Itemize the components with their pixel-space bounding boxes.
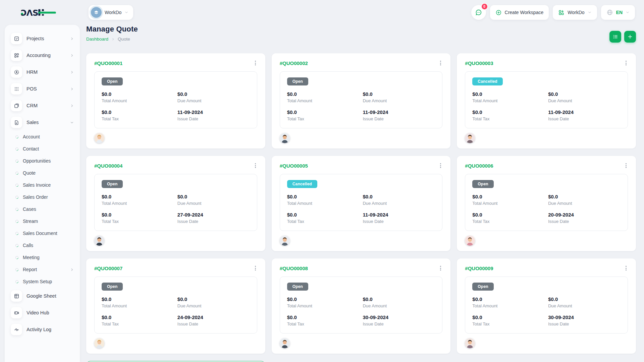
- quote-summary-box: Cancelled $0.0 Total Amount $0.0 Due Amo…: [280, 174, 443, 231]
- user-avatar[interactable]: [94, 236, 104, 246]
- sidebar-sub-item[interactable]: System Setup: [7, 276, 77, 288]
- kebab-menu-icon[interactable]: [624, 264, 628, 272]
- kebab-menu-icon[interactable]: [624, 59, 628, 67]
- sidebar-module-item[interactable]: Accounting: [7, 47, 77, 64]
- sidebar-sub-item[interactable]: Stream: [7, 215, 77, 227]
- quote-summary-box: Open $0.0 Total Amount $0.0 Due Amount $…: [465, 174, 628, 231]
- workspace-selector[interactable]: WorkDo: [89, 5, 133, 20]
- sidebar-sub-item[interactable]: Opportunities: [7, 155, 77, 167]
- sidebar-module-item[interactable]: Google Sheet: [7, 288, 77, 304]
- language-selector[interactable]: EN: [601, 5, 635, 20]
- kebab-menu-icon[interactable]: [254, 264, 257, 272]
- kebab-menu-icon[interactable]: [254, 162, 257, 169]
- quote-id-link[interactable]: #QUO00008: [280, 265, 308, 271]
- quote-id-link[interactable]: #QUO00002: [280, 60, 308, 66]
- bullet-icon: [15, 231, 19, 235]
- user-avatar[interactable]: [94, 133, 104, 143]
- status-badge: Open: [472, 180, 493, 188]
- sidebar-module-item[interactable]: Projects: [7, 30, 77, 47]
- metric-due-amount: $0.0 Due Amount: [177, 194, 250, 206]
- metric-due-amount: $0.0 Due Amount: [177, 296, 250, 308]
- sidebar-module-item[interactable]: HRM: [7, 64, 77, 80]
- kebab-menu-icon[interactable]: [254, 59, 257, 67]
- quote-id-link[interactable]: #QUO00001: [94, 60, 122, 66]
- metric-issue-date: 24-09-2024 Issue Date: [177, 314, 250, 326]
- user-avatar[interactable]: [465, 338, 475, 348]
- status-badge: Cancelled: [287, 180, 318, 188]
- quote-id-link[interactable]: #QUO00004: [94, 163, 122, 169]
- workspace-icon: [91, 7, 102, 18]
- plus-icon: [627, 34, 633, 40]
- list-view-button[interactable]: [609, 31, 621, 43]
- quote-summary-box: Open $0.0 Total Amount $0.0 Due Amount $…: [280, 71, 443, 128]
- sidebar-sub-item[interactable]: Sales Order: [7, 191, 77, 203]
- sidebar-module-item[interactable]: CRM: [7, 97, 77, 114]
- user-avatar[interactable]: [280, 133, 290, 143]
- sub-item-label: Quote: [23, 170, 74, 176]
- kebab-menu-icon[interactable]: [624, 162, 628, 169]
- user-avatar[interactable]: [465, 236, 475, 246]
- quote-summary-box: Open $0.0 Total Amount $0.0 Due Amount $…: [465, 277, 628, 334]
- sidebar-module-item[interactable]: Activity Log: [7, 321, 77, 338]
- module-icon: [11, 83, 22, 95]
- user-avatar[interactable]: [280, 338, 290, 348]
- messages-badge: 0: [482, 4, 487, 9]
- sidebar-sub-item[interactable]: Sales Invoice: [7, 179, 77, 191]
- status-badge: Open: [102, 283, 123, 291]
- sub-item-label: Calls: [23, 243, 74, 248]
- sidebar-sub-item[interactable]: Cases: [7, 203, 77, 215]
- quote-card: #QUO00006 Open $0.0 Total Amount $0.0 Du…: [457, 156, 636, 251]
- kebab-menu-icon[interactable]: [439, 162, 442, 169]
- main-content: Manage Quote Dashboard Quote #QUO00001: [86, 25, 636, 362]
- metric-issue-date: 11-09-2024 Issue Date: [177, 109, 250, 121]
- quote-id-link[interactable]: #QUO00006: [465, 163, 493, 169]
- quote-id-link[interactable]: #QUO00007: [94, 265, 122, 271]
- metric-due-amount: $0.0 Due Amount: [548, 194, 621, 206]
- status-badge: Open: [102, 77, 123, 85]
- metric-issue-date: 20-09-2024 Issue Date: [548, 212, 621, 224]
- sidebar-module-item[interactable]: POS: [7, 80, 77, 97]
- quote-id-link[interactable]: #QUO00003: [465, 60, 493, 66]
- messages-button[interactable]: 0: [471, 5, 486, 20]
- breadcrumb: Dashboard Quote: [86, 37, 138, 42]
- metric-total-tax: $0.0 Total Tax: [287, 212, 360, 224]
- module-icon: [11, 66, 22, 78]
- sub-item-label: Report: [23, 267, 66, 272]
- sidebar-sub-item[interactable]: Account: [7, 131, 77, 143]
- module-icon: [11, 100, 22, 111]
- sidebar-sub-item[interactable]: Calls: [7, 239, 77, 251]
- kebab-menu-icon[interactable]: [439, 264, 442, 272]
- sidebar-sub-item[interactable]: Sales Document: [7, 227, 77, 239]
- sidebar-sub-item[interactable]: Quote: [7, 167, 77, 179]
- sidebar-sub-item[interactable]: Report: [7, 263, 77, 276]
- sub-item-label: Sales Document: [23, 231, 74, 236]
- breadcrumb-dashboard-link[interactable]: Dashboard: [86, 37, 108, 42]
- user-avatar[interactable]: [94, 338, 104, 348]
- sub-item-label: Meeting: [23, 255, 74, 260]
- bullet-icon: [15, 280, 19, 284]
- create-workspace-button[interactable]: Create Workspace: [490, 5, 549, 20]
- quote-id-link[interactable]: #QUO00009: [465, 265, 493, 271]
- apps-menu-button[interactable]: WorkDo: [553, 5, 597, 20]
- metric-total-tax: $0.0 Total Tax: [287, 314, 360, 326]
- sidebar-module-item[interactable]: Sales: [7, 114, 77, 131]
- sidebar-sub-item[interactable]: Contact: [7, 143, 77, 155]
- metric-issue-date: 11-09-2024 Issue Date: [363, 212, 435, 224]
- module-icon: [11, 290, 22, 302]
- quote-card: #QUO00003 Cancelled $0.0 Total Amount $0…: [457, 53, 636, 148]
- user-avatar[interactable]: [280, 236, 290, 246]
- quote-id-link[interactable]: #QUO00005: [280, 163, 308, 169]
- user-avatar[interactable]: [465, 133, 475, 143]
- chevron-right-icon: [70, 70, 74, 74]
- quote-summary-box: Open $0.0 Total Amount $0.0 Due Amount $…: [94, 174, 257, 231]
- add-quote-button[interactable]: [624, 31, 636, 43]
- sidebar-module-item[interactable]: Video Hub: [7, 304, 77, 321]
- metric-issue-date: 30-09-2024 Issue Date: [363, 314, 435, 326]
- sidebar-sub-item[interactable]: Meeting: [7, 251, 77, 263]
- module-label: Sales: [26, 120, 66, 125]
- kebab-menu-icon[interactable]: [439, 59, 442, 67]
- metric-due-amount: $0.0 Due Amount: [363, 296, 435, 308]
- status-badge: Open: [102, 180, 123, 188]
- breadcrumb-current: Quote: [118, 37, 130, 42]
- metric-total-tax: $0.0 Total Tax: [472, 314, 545, 326]
